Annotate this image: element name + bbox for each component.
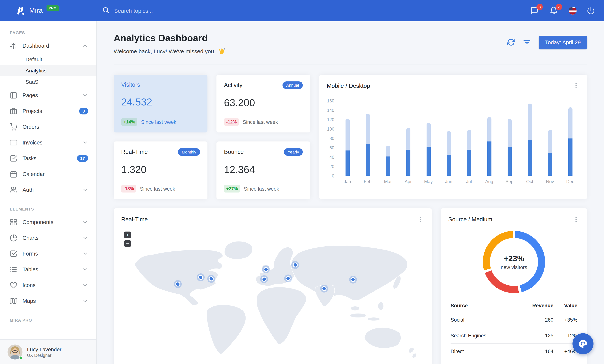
- sidebar-badge: 17: [77, 155, 88, 162]
- x-axis-label: Apr: [398, 179, 418, 184]
- sidebar-item-label: Tables: [23, 266, 77, 272]
- bar-stack: [507, 119, 512, 176]
- bar-segment-mobile: [426, 147, 430, 176]
- filter-button[interactable]: [523, 38, 531, 47]
- search-icon: [102, 6, 110, 15]
- sidebar-item-projects[interactable]: Projects8: [0, 103, 96, 119]
- source-cell: Social: [451, 312, 515, 328]
- sidebar-item-components[interactable]: Components: [0, 214, 96, 230]
- search-input[interactable]: [114, 8, 226, 14]
- layout-icon: [10, 92, 17, 99]
- navbar-actions: 3 7: [530, 6, 604, 15]
- chevron-down-icon: [82, 92, 88, 98]
- bar-segment-mobile: [568, 139, 572, 176]
- sidebar-item-calendar[interactable]: Calendar: [0, 166, 96, 182]
- source-medium-card: Source / Medium +23% new visitors: [441, 208, 587, 364]
- map-menu-button[interactable]: [417, 216, 424, 223]
- sidebar-section-elements: ELEMENTS: [0, 198, 96, 214]
- value-cell: +35%: [553, 312, 577, 328]
- map-marker: [198, 275, 203, 280]
- bar-chart-x-axis: JanFebMarAprMayJunJulAugSepOctNovDec: [337, 179, 580, 184]
- header-actions: Today: April 29: [507, 36, 587, 49]
- y-axis-tick: 140: [327, 108, 334, 113]
- theme-settings-fab[interactable]: [572, 333, 593, 354]
- list-icon: [10, 266, 17, 273]
- stat-footer: +14%Since last week: [121, 118, 200, 126]
- revenue-cell: 164: [515, 344, 554, 359]
- stat-delta-chip: -18%: [121, 185, 136, 192]
- map-zoom-in-button[interactable]: +: [124, 232, 131, 238]
- chevron-down-icon: [82, 266, 88, 272]
- x-axis-label: Nov: [540, 179, 560, 184]
- sidebar-item-tables[interactable]: Tables: [0, 262, 96, 277]
- table-row: Social260+35%: [451, 312, 577, 328]
- sidebar-subitem-analytics[interactable]: Analytics: [0, 65, 96, 76]
- sidebar-item-forms[interactable]: Forms: [0, 246, 96, 262]
- chevron-down-icon: [82, 298, 88, 304]
- map-marker: [293, 263, 298, 267]
- map-zoom-out-button[interactable]: −: [124, 240, 131, 247]
- stat-footer: +27%Since last week: [224, 185, 303, 192]
- chevron-down-icon: [82, 187, 88, 193]
- stat-value: 1.320: [121, 164, 200, 176]
- source-table: SourceRevenueValue Social260+35%Search E…: [441, 297, 587, 359]
- messages-button[interactable]: 3: [530, 6, 540, 15]
- sidebar-item-maps[interactable]: Maps: [0, 293, 96, 309]
- table-row: Direct164+46%: [451, 344, 577, 359]
- x-axis-label: Dec: [560, 179, 580, 184]
- notifications-button[interactable]: 7: [550, 6, 559, 15]
- sidebar-user[interactable]: Lucy Lavender UX Designer: [0, 339, 96, 364]
- bar-segment-desktop: [365, 114, 370, 144]
- main-content: Analytics Dashboard Welcome back, Lucy! …: [97, 21, 604, 364]
- sign-out-button[interactable]: [587, 6, 596, 15]
- stat-cards: Visitors24.532+14%Since last weekActivit…: [114, 75, 310, 199]
- refresh-icon: [507, 38, 515, 46]
- sidebar-item-label: Projects: [23, 108, 74, 114]
- sidebar-subitem-default[interactable]: Default: [0, 54, 96, 65]
- source-cell: Search Engines: [451, 328, 515, 344]
- page-title: Analytics Dashboard: [114, 33, 225, 44]
- map-marker: [262, 277, 266, 282]
- donut-chart: +23% new visitors: [441, 226, 587, 297]
- shopping-cart-icon: [10, 123, 17, 131]
- sidebar-item-label: Components: [23, 219, 77, 225]
- donut-center: +23% new visitors: [490, 238, 538, 286]
- y-axis-tick: 20: [329, 164, 334, 169]
- bar-sep: [499, 101, 520, 176]
- chart-card-title: Mobile / Desktop: [327, 83, 370, 89]
- refresh-button[interactable]: [507, 38, 516, 47]
- bar-stack: [406, 128, 410, 176]
- kebab-icon: [572, 82, 579, 89]
- sidebar-item-charts[interactable]: Charts: [0, 230, 96, 246]
- sidebar-item-pages[interactable]: Pages: [0, 88, 96, 103]
- stat-card-header: BounceYearly: [224, 148, 303, 156]
- chevron-down-icon: [82, 219, 88, 225]
- sidebar-item-dashboard[interactable]: Dashboard: [0, 38, 96, 54]
- x-axis-label: Jan: [337, 179, 358, 184]
- map-marker: [209, 276, 214, 281]
- bar-segment-desktop: [467, 130, 471, 150]
- source-menu-button[interactable]: [572, 216, 580, 223]
- language-flag-icon[interactable]: [569, 7, 577, 15]
- chart-menu-button[interactable]: [572, 82, 580, 90]
- bar-segment-mobile: [467, 150, 471, 176]
- sidebar-item-auth[interactable]: Auth: [0, 182, 96, 198]
- kebab-icon: [572, 216, 579, 223]
- user-name: Lucy Lavender: [27, 346, 62, 352]
- bar-chart-y-axis: 020406080100120140160: [324, 101, 337, 176]
- pro-badge: PRO: [47, 5, 59, 11]
- sidebar-item-tasks[interactable]: Tasks17: [0, 151, 96, 166]
- sidebar-nav: PAGESDashboardDefaultAnalyticsSaaSPagesP…: [0, 21, 96, 325]
- bar-stack: [345, 118, 350, 176]
- stat-card-activity: ActivityAnnual63.200-12%Since last week: [216, 75, 310, 132]
- stat-card-visitors: Visitors24.532+14%Since last week: [114, 75, 207, 132]
- realtime-map-card: Real-Time + −: [114, 208, 432, 364]
- sidebar-subitem-saas[interactable]: SaaS: [0, 76, 96, 88]
- date-range-button[interactable]: Today: April 29: [539, 36, 587, 49]
- bar-segment-mobile: [406, 150, 410, 176]
- sidebar-item-invoices[interactable]: Invoices: [0, 135, 96, 151]
- sidebar-item-orders[interactable]: Orders: [0, 119, 96, 135]
- brand[interactable]: Mira PRO: [0, 6, 97, 16]
- stat-value: 24.532: [121, 96, 200, 108]
- sidebar-item-icons[interactable]: Icons: [0, 277, 96, 293]
